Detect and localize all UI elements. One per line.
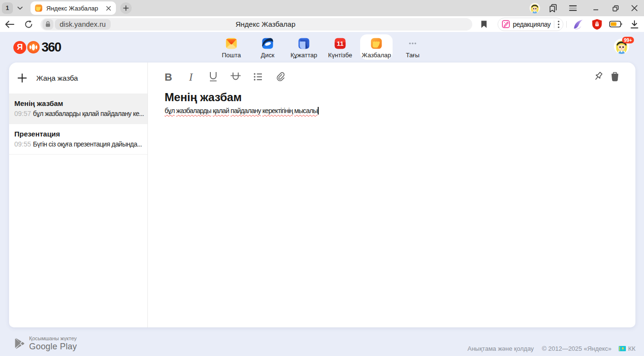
note-editor[interactable]: B I — [148, 63, 635, 327]
note-time: 09:57 — [14, 110, 31, 117]
chevron-down-icon — [17, 6, 23, 10]
trash-icon — [611, 72, 619, 82]
browser-tab-bar: 1 Яндекс Жазбалар — [0, 0, 644, 16]
logo-360-text: 360 — [42, 40, 61, 55]
new-note-label: Жаңа жазба — [36, 74, 78, 83]
service-item-more[interactable]: Тағы — [396, 34, 429, 60]
edit-document-icon — [502, 20, 510, 28]
disk-icon — [262, 38, 273, 49]
new-tab-button[interactable] — [120, 2, 132, 14]
battery-icon — [609, 21, 623, 28]
google-play-link[interactable]: Қосымшаны жүктеу Google Play — [14, 335, 77, 352]
extension-protect-button[interactable] — [592, 19, 602, 30]
svg-text:I: I — [188, 72, 193, 82]
kazakhstan-flag-svg — [619, 346, 626, 351]
pin-icon — [593, 72, 604, 82]
service-label-documents: Құжаттар — [291, 52, 317, 59]
note-snippet: Бүгін сіз оқуға презентация дайында... — [33, 140, 142, 148]
close-icon — [106, 6, 111, 11]
bullet-list-icon — [254, 73, 262, 81]
note-snippet: бұл жазбаларды қалай пайдалану ке... — [33, 110, 144, 117]
note-title: Презентация — [14, 130, 147, 138]
strikethrough-icon — [230, 72, 241, 82]
delete-note-button[interactable] — [607, 66, 623, 87]
service-item-notes[interactable]: Жазбалар — [360, 34, 393, 60]
note-list-item[interactable]: Презентация 09:55 Бүгін сіз оқуға презен… — [9, 124, 147, 155]
language-selector[interactable]: КК — [628, 345, 635, 352]
url-domain-chip[interactable]: disk.yandex.ru — [55, 19, 111, 30]
pin-note-button[interactable] — [591, 66, 607, 87]
minimize-icon — [593, 5, 599, 11]
lock-icon — [45, 21, 51, 27]
service-item-mail[interactable]: Пошта — [215, 34, 248, 60]
svg-text:11: 11 — [337, 40, 344, 47]
yandex360-logo[interactable]: Я 360 — [13, 32, 61, 63]
italic-button[interactable]: I — [180, 66, 201, 87]
browser-profile-avatar[interactable] — [530, 3, 540, 13]
browser-menu-button[interactable] — [569, 5, 577, 11]
tab-counter-button[interactable]: 1 — [2, 2, 13, 14]
page-footer: Қосымшаны жүктеу Google Play Анықтама жә… — [0, 327, 644, 356]
strikethrough-button[interactable] — [225, 66, 246, 87]
paperclip-icon — [276, 72, 285, 82]
bookmark-page-button[interactable] — [480, 20, 488, 29]
tab-list-chevron-button[interactable] — [17, 6, 23, 10]
plus-icon — [18, 73, 27, 83]
support-link[interactable]: Анықтама және қолдау — [467, 345, 534, 352]
browser-address-bar: disk.yandex.ru Яндекс Жазбалар редакциял… — [0, 16, 644, 32]
service-item-documents[interactable]: Құжаттар — [288, 34, 320, 60]
service-label-mail: Пошта — [222, 52, 241, 59]
bookmarks-icon — [549, 4, 558, 13]
service-label-notes: Жазбалар — [362, 52, 391, 59]
kebab-menu-icon[interactable] — [558, 21, 560, 28]
connection-secure-chip[interactable] — [42, 19, 53, 30]
services-nav: Пошта Диск Құжаттар — [213, 34, 431, 60]
note-actions — [591, 66, 623, 87]
attach-button[interactable] — [270, 66, 291, 87]
battery-indicator[interactable] — [609, 21, 623, 28]
kazakhstan-flag-icon — [619, 346, 626, 351]
note-title: Менің жазбам — [14, 99, 147, 107]
note-editor-body[interactable]: бұл жазбаларды қалай пайдалану керектігі… — [165, 107, 319, 115]
bookmarks-panel-button[interactable] — [549, 4, 558, 13]
back-arrow-icon — [5, 21, 14, 28]
edit-mode-button[interactable]: редакциялау — [498, 18, 563, 31]
reload-button[interactable] — [24, 20, 33, 29]
window-controls — [530, 0, 644, 16]
new-note-button[interactable]: Жаңа жазба — [9, 63, 147, 94]
bullet-list-button[interactable] — [248, 66, 269, 87]
window-minimize-button[interactable] — [590, 5, 602, 11]
reload-icon — [24, 20, 33, 29]
service-label-calendar: Күнтізбе — [328, 52, 352, 59]
documents-icon — [298, 38, 310, 49]
extension-pen-button[interactable] — [572, 19, 584, 30]
restore-icon — [613, 5, 619, 11]
service-item-disk[interactable]: Диск — [251, 34, 284, 60]
mail-icon — [226, 38, 237, 49]
browser-tab[interactable]: Яндекс Жазбалар — [31, 1, 116, 15]
note-list-item[interactable]: Менің жазбам 09:57 бұл жазбаларды қалай … — [9, 94, 147, 124]
note-editor-title[interactable]: Менің жазбам — [165, 91, 241, 104]
girl-avatar-icon — [530, 3, 540, 13]
underline-button[interactable] — [203, 66, 224, 87]
omnibox-url-bar[interactable]: disk.yandex.ru Яндекс Жазбалар — [41, 18, 472, 31]
logo-360-icon — [27, 41, 40, 53]
toolbar-divider — [566, 21, 567, 28]
notes-favicon-icon — [35, 4, 42, 12]
close-icon — [631, 5, 638, 11]
back-button[interactable] — [5, 21, 14, 28]
more-dots-icon — [407, 38, 418, 49]
pill-divider — [554, 21, 554, 28]
bold-icon: B — [164, 72, 173, 82]
format-toolbar: B I — [158, 66, 292, 87]
underline-icon — [208, 72, 218, 82]
window-restore-button[interactable] — [610, 5, 621, 11]
service-item-calendar[interactable]: 11 Күнтізбе — [324, 34, 356, 60]
google-play-texts: Қосымшаны жүктеу Google Play — [29, 335, 77, 352]
bold-button[interactable]: B — [158, 66, 179, 87]
download-icon — [630, 20, 639, 29]
downloads-button[interactable] — [630, 20, 639, 29]
tab-close-button[interactable] — [104, 4, 112, 12]
user-avatar[interactable]: 99+ — [614, 39, 629, 54]
window-close-button[interactable] — [629, 5, 640, 11]
